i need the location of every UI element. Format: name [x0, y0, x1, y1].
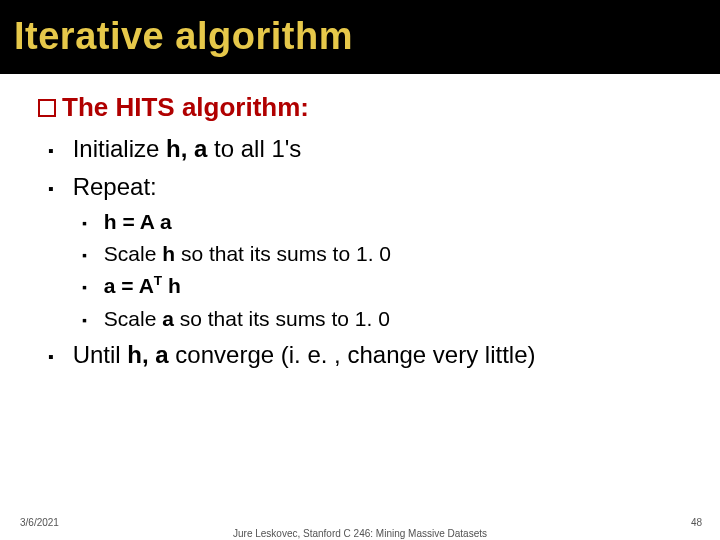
text-bold: a = A	[104, 274, 154, 297]
list-item: Initialize h, a to all 1's	[66, 133, 692, 165]
text: Initialize	[73, 135, 166, 162]
text-bold: h, a	[166, 135, 207, 162]
footer-date: 3/6/2021	[20, 517, 59, 528]
text: converge (i. e. , change very little)	[169, 341, 536, 368]
heading-text: The HITS algorithm:	[62, 92, 309, 122]
text: so that its sums to 1. 0	[175, 242, 391, 265]
text-bold: h	[162, 242, 175, 265]
list-item: Scale h so that its sums to 1. 0	[98, 240, 692, 268]
text-bold: h, a	[127, 341, 168, 368]
checkbox-icon	[38, 99, 56, 117]
footer-center: Jure Leskovec, Stanford C 246: Mining Ma…	[0, 528, 720, 539]
slide: Iterative algorithm The HITS algorithm: …	[0, 0, 720, 540]
text-bold: a	[162, 307, 174, 330]
slide-title: Iterative algorithm	[14, 15, 353, 58]
text: Repeat:	[73, 173, 157, 200]
text-bold: h	[162, 274, 181, 297]
text-superscript: T	[154, 273, 162, 288]
slide-content: The HITS algorithm: Initialize h, a to a…	[0, 74, 720, 372]
text: Scale	[104, 242, 162, 265]
title-band: Iterative algorithm	[0, 0, 720, 74]
list-item: Until h, a converge (i. e. , change very…	[66, 339, 692, 371]
list-item: h = A a	[98, 208, 692, 236]
text: so that its sums to 1. 0	[174, 307, 390, 330]
list-item: a = AT h	[98, 272, 692, 300]
bullet-list: Initialize h, a to all 1's Repeat: h = A…	[38, 133, 692, 372]
text-bold: h = A a	[104, 210, 172, 233]
footer-page-number: 48	[691, 517, 702, 528]
list-item: Repeat: h = A a Scale h so that its sums…	[66, 171, 692, 333]
text: Until	[73, 341, 128, 368]
content-heading: The HITS algorithm:	[38, 92, 692, 123]
text: to all 1's	[207, 135, 301, 162]
sub-bullet-list: h = A a Scale h so that its sums to 1. 0…	[66, 208, 692, 333]
text: Scale	[104, 307, 162, 330]
list-item: Scale a so that its sums to 1. 0	[98, 305, 692, 333]
